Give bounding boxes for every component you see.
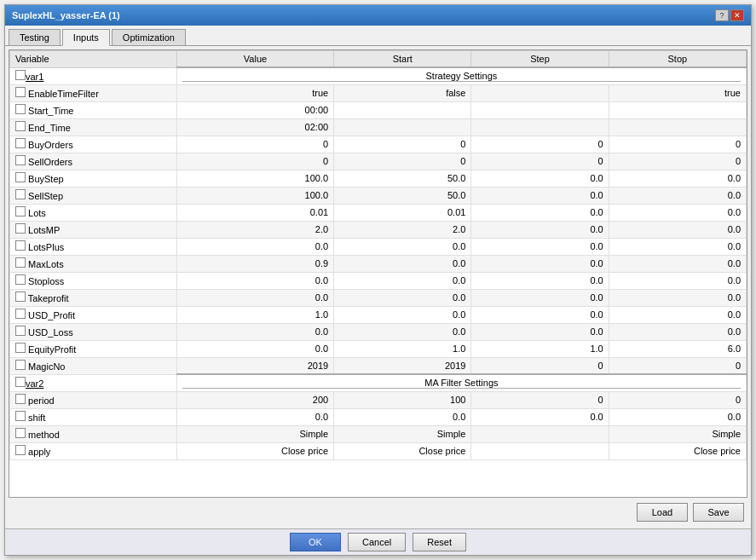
var-checkbox[interactable]: [15, 274, 26, 285]
var-checkbox[interactable]: [15, 309, 26, 319]
step-cell: 0.0: [471, 238, 609, 255]
var-checkbox[interactable]: [15, 223, 26, 234]
col-step: Step: [471, 51, 609, 68]
value-cell: 0.0: [176, 323, 333, 340]
stop-cell: 0.0: [609, 306, 746, 323]
var-checkbox[interactable]: [15, 292, 26, 302]
step-cell: 0.0: [471, 204, 609, 221]
step-cell: 0.0: [471, 408, 609, 425]
table-row: LotsMP2.02.00.00.0: [10, 221, 747, 238]
col-start: Start: [334, 51, 471, 68]
step-cell: [471, 101, 609, 118]
reset-button[interactable]: Reset: [413, 533, 466, 551]
var-checkbox[interactable]: [15, 189, 26, 199]
cancel-button[interactable]: Cancel: [348, 533, 406, 551]
step-cell: 0: [471, 391, 609, 408]
tab-inputs[interactable]: Inputs: [62, 29, 110, 46]
table-row: MaxLots0.90.00.00.0: [10, 255, 747, 272]
var-checkbox[interactable]: [15, 104, 26, 114]
table-row: Stoploss0.00.00.00.0: [10, 272, 747, 289]
var-checkbox[interactable]: [15, 121, 26, 131]
table-row: var1Strategy Settings: [10, 67, 747, 84]
start-cell: 0: [334, 136, 471, 153]
save-button[interactable]: Save: [693, 503, 744, 522]
stop-cell: 0: [609, 357, 746, 374]
value-cell: 200: [176, 391, 333, 408]
start-cell: 0.0: [334, 306, 471, 323]
var-checkbox[interactable]: [15, 343, 26, 353]
var-cell: var2: [10, 374, 177, 391]
load-button[interactable]: Load: [637, 503, 688, 522]
help-button[interactable]: ?: [715, 9, 729, 21]
var-cell: BuyStep: [10, 170, 177, 187]
variables-table-container: Variable Value Start Step Stop var1Strat…: [9, 49, 747, 498]
var-checkbox[interactable]: [15, 240, 26, 251]
var-checkbox[interactable]: [15, 377, 26, 387]
var-checkbox[interactable]: [15, 428, 26, 438]
var-checkbox[interactable]: [15, 411, 26, 421]
var-checkbox[interactable]: [15, 326, 26, 336]
tab-optimization[interactable]: Optimization: [112, 29, 186, 45]
value-cell: 1.0: [176, 306, 333, 323]
tab-testing[interactable]: Testing: [9, 29, 61, 45]
stop-cell: 0.0: [609, 187, 746, 204]
var-checkbox[interactable]: [15, 257, 26, 268]
stop-cell: 0.0: [609, 408, 746, 425]
stop-cell: 0: [609, 153, 746, 170]
var-checkbox[interactable]: [15, 206, 26, 216]
var-cell: SellStep: [10, 187, 177, 204]
var-checkbox[interactable]: [15, 360, 26, 370]
var-cell: Takeprofit: [10, 289, 177, 306]
title-bar-buttons: ? ✕: [715, 9, 744, 21]
var-checkbox[interactable]: [15, 394, 26, 404]
stop-cell: 0: [609, 391, 746, 408]
section-label: Strategy Settings: [176, 67, 746, 84]
section-label: MA Filter Settings: [176, 374, 746, 391]
step-cell: [471, 84, 609, 101]
table-row: period20010000: [10, 391, 747, 408]
start-cell: 2.0: [334, 221, 471, 238]
footer-buttons: OK Cancel Reset: [5, 528, 751, 555]
table-row: BuyOrders0000: [10, 136, 747, 153]
close-button[interactable]: ✕: [730, 9, 744, 21]
var-cell: period: [10, 391, 177, 408]
table-row: Takeprofit0.00.00.00.0: [10, 289, 747, 306]
value-cell: 02:00: [176, 118, 333, 136]
step-cell: 0.0: [471, 221, 609, 238]
var-checkbox[interactable]: [15, 138, 26, 148]
step-cell: 0.0: [471, 289, 609, 306]
var-cell: Start_Time: [10, 101, 177, 118]
var-checkbox[interactable]: [15, 445, 26, 455]
title-bar: SuplexHL_yasser-EA (1) ? ✕: [5, 5, 751, 26]
var-checkbox[interactable]: [15, 155, 26, 165]
value-cell: 00:00: [176, 101, 333, 118]
var-cell: Lots: [10, 204, 177, 221]
start-cell: 0.0: [334, 323, 471, 340]
var-cell: USD_Loss: [10, 323, 177, 340]
start-cell: 0.0: [334, 238, 471, 255]
value-cell: 0.01: [176, 204, 333, 221]
tab-content: Variable Value Start Step Stop var1Strat…: [5, 46, 751, 528]
value-cell: 0: [176, 136, 333, 153]
table-row: shift0.00.00.00.0: [10, 408, 747, 425]
table-row: var2MA Filter Settings: [10, 374, 747, 391]
var-cell: Stoploss: [10, 272, 177, 289]
stop-cell: 0.0: [609, 170, 746, 187]
ok-button[interactable]: OK: [290, 533, 341, 551]
var-cell: SellOrders: [10, 153, 177, 170]
start-cell: 1.0: [334, 340, 471, 357]
value-cell: 0.0: [176, 238, 333, 255]
start-cell: 0.0: [334, 289, 471, 306]
value-cell: 0.0: [176, 340, 333, 357]
stop-cell: [609, 101, 746, 118]
var-checkbox[interactable]: [15, 70, 26, 80]
var-cell: apply: [10, 442, 177, 459]
stop-cell: 0.0: [609, 204, 746, 221]
var-cell: MagicNo: [10, 357, 177, 374]
stop-cell: 0.0: [609, 255, 746, 272]
value-cell: 0.0: [176, 272, 333, 289]
stop-cell: 0.0: [609, 238, 746, 255]
var-checkbox[interactable]: [15, 172, 26, 182]
stop-cell: [609, 118, 746, 136]
var-checkbox[interactable]: [15, 87, 26, 97]
